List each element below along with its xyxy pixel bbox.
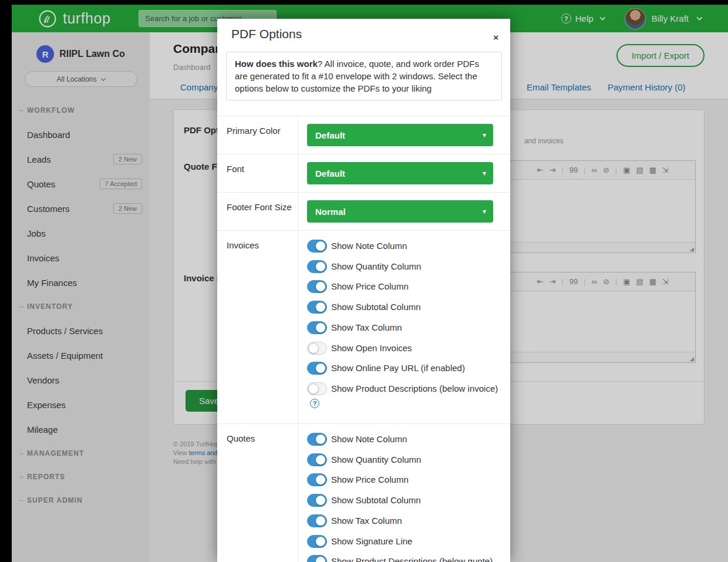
screen: turfhop ? Help Billy Kraft R RIIPL <box>0 0 728 562</box>
invoices-toggle-list: Show Note Column Show Quantity Column Sh… <box>298 231 510 423</box>
caret-down-icon: ▾ <box>483 207 486 216</box>
toggle-row: Show Open Invoices <box>307 341 501 355</box>
toggle-knob <box>315 536 326 547</box>
caret-down-icon: ▾ <box>483 169 486 177</box>
invoices-row: Invoices Show Note Column Show Quantity … <box>217 230 510 423</box>
quotes-toggle-list: Show Note Column Show Quantity Column Sh… <box>298 424 510 562</box>
caret-down-icon: ▾ <box>483 131 486 139</box>
toggle-label: Show Open Invoices <box>331 343 412 353</box>
toggle-label: Show Product Descriptions (below invoice… <box>331 383 498 393</box>
toggle-knob <box>315 474 326 485</box>
toggle-row: Show Product Descriptions (below quote)? <box>307 554 501 562</box>
primary-color-label: Primary Color <box>217 116 298 154</box>
toggle-label: Show Subtotal Column <box>331 302 421 312</box>
toggle-label: Show Price Column <box>331 281 409 291</box>
footer-font-size-select[interactable]: Normal ▾ <box>307 200 493 223</box>
toggle-row: Show Online Pay URL (if enabled) <box>307 361 501 376</box>
toggle-knob <box>315 434 326 445</box>
toggle-label: Show Product Descriptions (below quote) <box>331 556 493 562</box>
toggle-switch[interactable] <box>307 280 327 293</box>
font-row: Font Default ▾ <box>217 154 510 192</box>
toggle-switch[interactable] <box>307 260 327 273</box>
toggle-row: Show Subtotal Column <box>307 299 501 314</box>
font-label: Font <box>217 154 298 192</box>
toggle-knob <box>315 322 326 333</box>
quotes-row: Quotes Show Note Column Show Quantity Co… <box>217 423 510 562</box>
toggle-row: Show Tax Column <box>307 320 501 335</box>
toggle-label: Show Price Column <box>331 474 409 484</box>
toggle-knob <box>315 455 326 465</box>
primary-color-row: Primary Color Default ▾ <box>217 116 510 154</box>
toggle-knob <box>308 343 319 354</box>
selected-value: Default <box>315 169 345 179</box>
toggle-row: Show Tax Column <box>307 513 501 528</box>
footer-font-size-row: Footer Font Size Normal ▾ <box>217 192 510 230</box>
toggle-row: Show Signature Line <box>307 534 501 548</box>
toggle-row: Show Note Column <box>307 238 501 253</box>
toggle-label: Show Note Column <box>331 241 407 251</box>
selected-value: Normal <box>315 207 346 217</box>
modal-title: PDF Options <box>231 27 496 41</box>
toggle-switch[interactable] <box>307 473 327 486</box>
row-control: Default ▾ <box>298 116 510 154</box>
close-icon[interactable]: × <box>493 33 498 42</box>
toggle-switch[interactable] <box>307 342 327 355</box>
intro-bold-text: How does this work <box>235 59 318 69</box>
toggle-switch[interactable] <box>307 514 327 527</box>
font-select[interactable]: Default ▾ <box>307 162 493 184</box>
toggle-label: Show Online Pay URL (if enabled) <box>331 363 465 373</box>
modal-header: PDF Options × <box>217 19 510 48</box>
toggle-switch[interactable] <box>307 453 327 466</box>
toggle-switch[interactable] <box>307 382 327 395</box>
toggle-switch[interactable] <box>307 321 327 334</box>
selected-value: Default <box>315 130 345 140</box>
toggle-switch[interactable] <box>307 535 327 548</box>
toggle-row: Show Quantity Column <box>307 259 501 274</box>
toggle-knob <box>315 495 326 506</box>
toggle-label: Show Tax Column <box>331 322 402 332</box>
toggle-row: Show Price Column <box>307 280 501 294</box>
toggle-knob <box>315 281 326 292</box>
toggle-row: Show Quantity Column <box>307 452 501 467</box>
toggle-row: Show Product Descriptions (below invoice… <box>307 381 501 410</box>
help-icon[interactable]: ? <box>310 399 319 408</box>
toggle-switch[interactable] <box>307 240 327 253</box>
toggle-knob <box>315 556 326 562</box>
toggle-label: Show Tax Column <box>331 516 402 526</box>
toggle-knob <box>315 516 326 526</box>
toggle-label: Show Signature Line <box>331 536 412 546</box>
toggle-switch[interactable] <box>307 555 327 562</box>
modal-intro-box: How does this work? All invoice, quote, … <box>226 52 502 100</box>
row-control: Default ▾ <box>298 154 510 192</box>
primary-color-select[interactable]: Default ▾ <box>307 124 493 146</box>
toggle-row: Show Note Column <box>307 432 501 446</box>
toggle-row: Show Price Column <box>307 473 501 487</box>
toggle-switch[interactable] <box>307 433 327 446</box>
toggle-knob <box>315 241 326 251</box>
quotes-label: Quotes <box>217 424 298 562</box>
toggle-knob <box>315 261 326 272</box>
pdf-options-modal: PDF Options × How does this work? All in… <box>217 19 510 562</box>
toggle-switch[interactable] <box>307 362 327 375</box>
footer-font-size-label: Footer Font Size <box>217 193 298 230</box>
toggle-row: Show Subtotal Column <box>307 493 501 507</box>
toggle-label: Show Quantity Column <box>331 261 421 271</box>
toggle-knob <box>308 383 319 394</box>
toggle-label: Show Subtotal Column <box>331 495 421 505</box>
toggle-label: Show Quantity Column <box>331 455 421 465</box>
toggle-label: Show Note Column <box>331 434 407 444</box>
row-control: Normal ▾ <box>298 193 510 230</box>
invoices-label: Invoices <box>217 231 298 423</box>
toggle-knob <box>315 302 326 312</box>
toggle-switch[interactable] <box>307 301 327 314</box>
toggle-switch[interactable] <box>307 494 327 507</box>
toggle-knob <box>315 363 326 373</box>
